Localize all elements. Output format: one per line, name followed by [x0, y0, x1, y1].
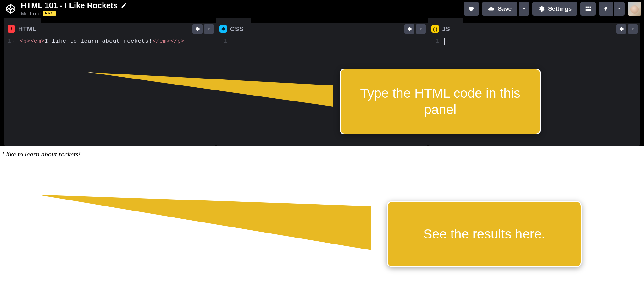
chevron-down-icon: [617, 7, 621, 11]
code-token: </em>: [152, 38, 170, 45]
settings-label: Settings: [548, 5, 572, 12]
chevron-down-icon: [522, 7, 526, 11]
svg-rect-5: [590, 7, 591, 8]
save-button[interactable]: Save: [482, 2, 517, 16]
css-dropdown-button[interactable]: [416, 24, 426, 34]
code-token: <p>: [19, 38, 30, 45]
svg-rect-6: [586, 9, 591, 11]
editor-row: / HTML 1▾ <p><em>I like to learn about r…: [0, 23, 644, 146]
line-number: 1: [436, 38, 439, 45]
chevron-down-icon: [207, 27, 211, 31]
gear-icon: [195, 26, 200, 31]
settings-button[interactable]: Settings: [532, 2, 577, 16]
cloud-icon: [488, 5, 495, 12]
layout-icon: [585, 5, 591, 12]
pin-button[interactable]: [599, 2, 613, 16]
codepen-logo-icon[interactable]: [5, 3, 16, 14]
callout-preview: See the results here.: [387, 201, 582, 267]
user-avatar[interactable]: [628, 2, 641, 16]
heart-button[interactable]: [464, 2, 479, 16]
save-dropdown-button[interactable]: [519, 2, 529, 16]
html-settings-button[interactable]: [192, 24, 203, 34]
pen-title[interactable]: HTML 101 - I Like Rockets: [21, 1, 118, 10]
html-tab[interactable]: / HTML: [4, 23, 41, 35]
line-number: 1: [8, 38, 11, 45]
css-panel-title: CSS: [230, 25, 244, 33]
svg-rect-3: [586, 7, 587, 8]
callout-editor-text: Type the HTML code in this panel: [350, 85, 530, 118]
chevron-down-icon: [630, 27, 635, 31]
author-name[interactable]: Mr. Fred: [21, 11, 41, 17]
layout-button[interactable]: [580, 2, 596, 16]
code-token: I like to learn about rockets!: [45, 38, 152, 45]
pin-icon: [602, 6, 609, 12]
html-lang-icon: /: [8, 25, 15, 33]
edit-title-icon[interactable]: [121, 2, 127, 8]
gear-icon: [619, 26, 624, 31]
gear-icon: [407, 26, 412, 31]
pin-dropdown-button[interactable]: [614, 2, 625, 16]
js-tab[interactable]: ( ) JS: [428, 23, 454, 35]
editor-tabstrip: [0, 18, 644, 23]
gear-icon: [538, 5, 545, 12]
css-tab[interactable]: ✱ CSS: [216, 23, 248, 35]
text-cursor: [444, 38, 445, 45]
js-settings-button[interactable]: [616, 24, 626, 34]
js-panel-title: JS: [442, 25, 450, 33]
title-block: HTML 101 - I Like Rockets Mr. Fred PRO: [21, 1, 127, 17]
code-token: </p>: [170, 38, 185, 45]
save-label: Save: [498, 5, 512, 12]
app-header: HTML 101 - I Like Rockets Mr. Fred PRO S…: [0, 0, 644, 18]
chevron-down-icon: [419, 27, 423, 31]
save-button-group: Save: [482, 2, 529, 16]
css-settings-button[interactable]: [404, 24, 414, 34]
code-token: <em>: [30, 38, 45, 45]
heart-icon: [468, 5, 475, 12]
css-lang-icon: ✱: [219, 25, 227, 33]
line-number: 1: [224, 38, 227, 45]
pin-button-group: [599, 2, 625, 16]
codepen-logo-svg: [5, 3, 16, 14]
pro-badge: PRO: [43, 11, 56, 16]
callout-preview-text: See the results here.: [423, 226, 545, 243]
html-dropdown-button[interactable]: [204, 24, 214, 34]
html-editor[interactable]: 1▾ <p><em>I like to learn about rockets!…: [4, 35, 216, 146]
svg-rect-4: [587, 7, 589, 8]
header-toolbar: Save Settings: [464, 2, 641, 16]
callout-editor: Type the HTML code in this panel: [340, 69, 541, 134]
html-panel-title: HTML: [18, 25, 36, 33]
js-dropdown-button[interactable]: [628, 24, 638, 34]
js-lang-icon: ( ): [431, 25, 439, 33]
preview-output: I like to learn about rockets!: [2, 150, 80, 158]
